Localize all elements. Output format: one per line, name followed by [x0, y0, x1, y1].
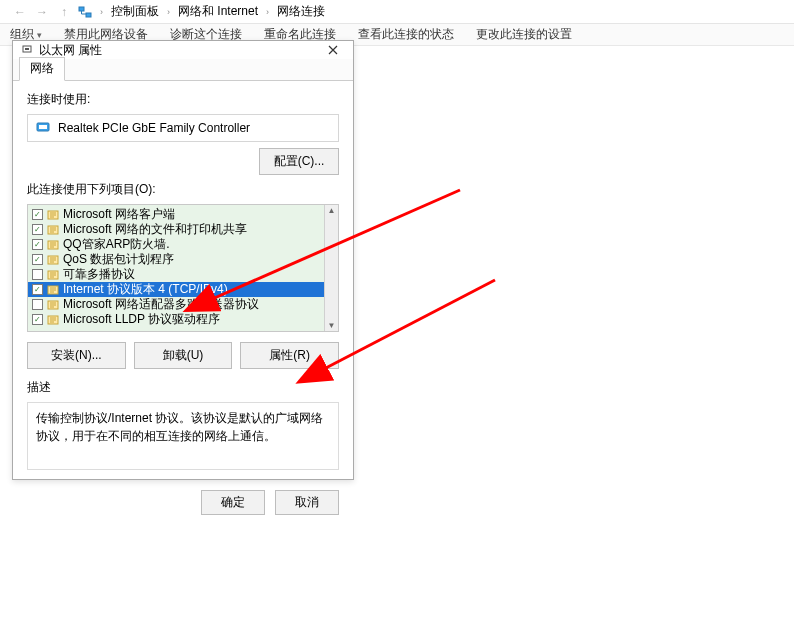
adapter-icon: [36, 121, 50, 136]
breadcrumb-network-connections[interactable]: 网络连接: [277, 3, 325, 20]
protocol-icon: [47, 314, 59, 326]
cancel-button[interactable]: 取消: [275, 490, 339, 515]
protocol-item[interactable]: ✓Microsoft LLDP 协议驱动程序: [28, 312, 324, 327]
ok-button[interactable]: 确定: [201, 490, 265, 515]
checkbox[interactable]: ✓: [32, 254, 43, 265]
dialog-footer: 确定 取消: [13, 480, 353, 527]
protocol-item[interactable]: Microsoft 网络适配器多路传送器协议: [28, 297, 324, 312]
svg-rect-3: [25, 48, 29, 50]
protocol-icon: [47, 239, 59, 251]
checkbox[interactable]: [32, 299, 43, 310]
adapter-name: Realtek PCIe GbE Family Controller: [58, 121, 250, 135]
properties-button[interactable]: 属性(R): [240, 342, 339, 369]
install-button[interactable]: 安装(N)...: [27, 342, 126, 369]
svg-rect-0: [79, 7, 84, 11]
dialog-body: 连接时使用: Realtek PCIe GbE Family Controlle…: [13, 81, 353, 480]
nav-up-icon[interactable]: ↑: [56, 5, 72, 19]
protocol-item[interactable]: ✓QoS 数据包计划程序: [28, 252, 324, 267]
adapter-box: Realtek PCIe GbE Family Controller: [27, 114, 339, 142]
scroll-down-icon[interactable]: ▼: [328, 320, 336, 331]
breadcrumb-chevron-icon: ›: [167, 7, 170, 17]
checkbox[interactable]: ✓: [32, 239, 43, 250]
breadcrumb-chevron-icon: ›: [100, 7, 103, 17]
tab-strip: 网络: [13, 59, 353, 81]
svg-rect-1: [86, 13, 91, 17]
protocol-item[interactable]: 可靠多播协议: [28, 267, 324, 282]
protocol-icon: [47, 299, 59, 311]
description-label: 描述: [27, 379, 339, 396]
checkbox[interactable]: ✓: [32, 314, 43, 325]
protocol-item[interactable]: ✓QQ管家ARP防火墙.: [28, 237, 324, 252]
items-label: 此连接使用下列项目(O):: [27, 181, 339, 198]
ethernet-properties-dialog: 以太网 属性 网络 连接时使用: Realtek PCIe GbE Family…: [12, 40, 354, 480]
network-icon: [78, 6, 92, 18]
configure-button[interactable]: 配置(C)...: [259, 148, 339, 175]
breadcrumb-chevron-icon: ›: [266, 7, 269, 17]
tab-network[interactable]: 网络: [19, 57, 65, 81]
description-text: 传输控制协议/Internet 协议。该协议是默认的广域网络协议，用于在不同的相…: [27, 402, 339, 470]
checkbox[interactable]: ✓: [32, 209, 43, 220]
breadcrumb-control-panel[interactable]: 控制面板: [111, 3, 159, 20]
scroll-up-icon[interactable]: ▲: [328, 205, 336, 216]
protocol-item[interactable]: ✓Microsoft 网络的文件和打印机共享: [28, 222, 324, 237]
change-settings-button[interactable]: 更改此连接的设置: [472, 26, 576, 43]
uninstall-button[interactable]: 卸载(U): [134, 342, 233, 369]
svg-rect-5: [39, 125, 47, 129]
nav-back-icon[interactable]: ←: [12, 5, 28, 19]
scrollbar[interactable]: ▲ ▼: [324, 205, 338, 331]
protocol-icon: [47, 284, 59, 296]
protocol-icon: [47, 224, 59, 236]
ethernet-icon: [21, 43, 33, 58]
breadcrumb-network-internet[interactable]: 网络和 Internet: [178, 3, 258, 20]
view-status-button[interactable]: 查看此连接的状态: [354, 26, 458, 43]
checkbox[interactable]: ✓: [32, 284, 43, 295]
protocol-item[interactable]: ✓Microsoft 网络客户端: [28, 207, 324, 222]
explorer-breadcrumb-bar: ← → ↑ › 控制面板 › 网络和 Internet › 网络连接: [0, 0, 794, 24]
nav-forward-icon[interactable]: →: [34, 5, 50, 19]
checkbox[interactable]: [32, 269, 43, 280]
connect-using-label: 连接时使用:: [27, 91, 339, 108]
dialog-title: 以太网 属性: [39, 42, 102, 59]
protocol-item[interactable]: ✓Internet 协议版本 4 (TCP/IPv4): [28, 282, 324, 297]
protocol-label: Microsoft LLDP 协议驱动程序: [63, 311, 220, 328]
protocol-list: ✓Microsoft 网络客户端✓Microsoft 网络的文件和打印机共享✓Q…: [27, 204, 339, 332]
checkbox[interactable]: ✓: [32, 224, 43, 235]
protocol-icon: [47, 209, 59, 221]
protocol-icon: [47, 269, 59, 281]
close-button[interactable]: [319, 41, 347, 59]
protocol-icon: [47, 254, 59, 266]
